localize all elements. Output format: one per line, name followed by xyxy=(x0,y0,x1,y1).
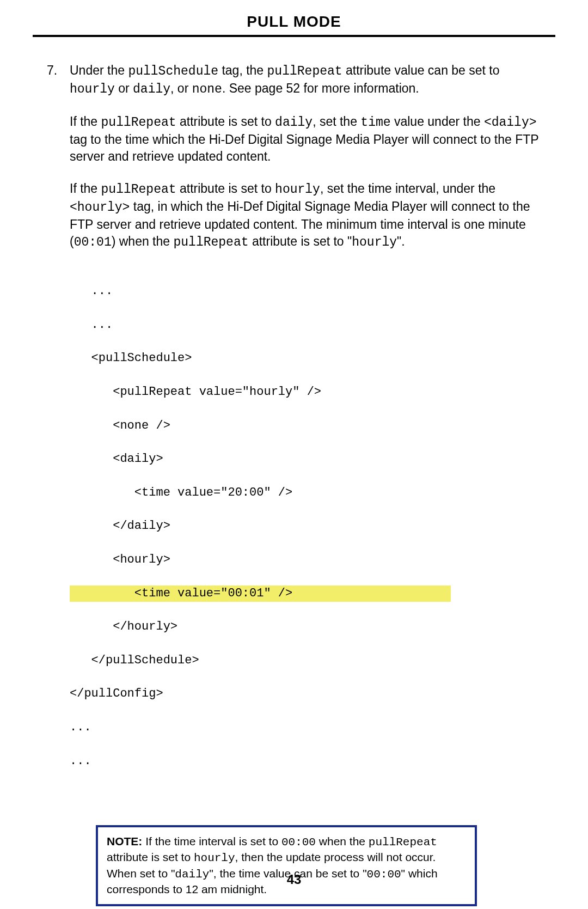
text: attribute is set to xyxy=(176,181,275,196)
code-line: <daily> xyxy=(70,451,544,468)
text: , set the xyxy=(313,114,360,129)
code-inline: 00:00 xyxy=(281,836,316,849)
code-line: ... xyxy=(70,719,544,736)
text: Under the xyxy=(70,63,128,77)
page-header: PULL MODE xyxy=(33,13,555,35)
code-line: ... xyxy=(70,283,544,300)
code-inline: pullRepeat xyxy=(173,235,248,249)
text: If the xyxy=(70,181,101,196)
code-inline: pullRepeat xyxy=(267,64,342,78)
text: . See page 52 for more information. xyxy=(222,81,419,95)
code-inline: pullSchedule xyxy=(128,64,218,78)
text: attribute is set to " xyxy=(249,234,352,248)
text: If the time interval is set to xyxy=(142,835,281,847)
text: , or xyxy=(170,81,192,95)
code-inline: none xyxy=(192,82,222,96)
code-inline: pullRepeat xyxy=(101,182,176,197)
code-inline: pullRepeat xyxy=(101,115,176,130)
code-block: ... ... <pullSchedule> <pullRepeat value… xyxy=(70,266,544,803)
code-inline: hourly xyxy=(70,82,115,96)
text: attribute is set to xyxy=(176,114,275,129)
text: ) when the xyxy=(112,234,174,248)
code-inline: pullRepeat xyxy=(369,836,437,849)
code-line: </daily> xyxy=(70,518,544,535)
code-line-highlight: <time value="00:01" /> xyxy=(70,585,451,602)
paragraph-hourly: If the pullRepeat attribute is set to ho… xyxy=(70,180,544,251)
code-line: <hourly> xyxy=(70,552,544,569)
header-rule xyxy=(33,35,555,37)
page-number: 43 xyxy=(0,872,588,887)
code-line: <pullRepeat value="hourly" /> xyxy=(70,384,544,401)
step-number: 7. xyxy=(44,62,70,98)
text: or xyxy=(115,81,133,95)
text: when the xyxy=(316,835,369,847)
code-inline: <daily> xyxy=(484,115,537,130)
code-line: </hourly> xyxy=(70,619,544,636)
code-inline: 00:01 xyxy=(74,235,112,249)
text: attribute value can be set to xyxy=(342,63,500,77)
code-inline: hourly xyxy=(352,235,397,249)
code-inline: time xyxy=(360,115,390,130)
step-7: 7. Under the pullSchedule tag, the pullR… xyxy=(44,62,544,98)
code-line: </pullSchedule> xyxy=(70,652,544,669)
text: , set the time interval, under the xyxy=(320,181,495,196)
text: attribute is set to xyxy=(107,851,194,863)
text: value under the xyxy=(391,114,484,129)
text: tag to the time which the Hi-Def Digital… xyxy=(70,132,538,163)
note-box: NOTE: If the time interval is set to 00:… xyxy=(96,825,477,906)
text: ". xyxy=(397,234,405,248)
step-body: Under the pullSchedule tag, the pullRepe… xyxy=(70,62,544,98)
note-label: NOTE: xyxy=(107,835,142,847)
paragraph-daily: If the pullRepeat attribute is set to da… xyxy=(70,113,544,165)
code-inline: <hourly> xyxy=(70,200,130,215)
code-line: ... xyxy=(70,753,544,770)
code-line: ... xyxy=(70,317,544,334)
code-inline: hourly xyxy=(275,182,320,197)
code-line: <none /> xyxy=(70,418,544,435)
code-inline: daily xyxy=(275,115,313,130)
code-inline: daily xyxy=(133,82,170,96)
code-inline: hourly xyxy=(194,852,235,864)
code-line: <pullSchedule> xyxy=(70,350,544,367)
code-line: </pullConfig> xyxy=(70,686,544,703)
code-line: <time value="20:00" /> xyxy=(70,485,544,502)
text: If the xyxy=(70,114,101,129)
text: tag, the xyxy=(218,63,267,77)
